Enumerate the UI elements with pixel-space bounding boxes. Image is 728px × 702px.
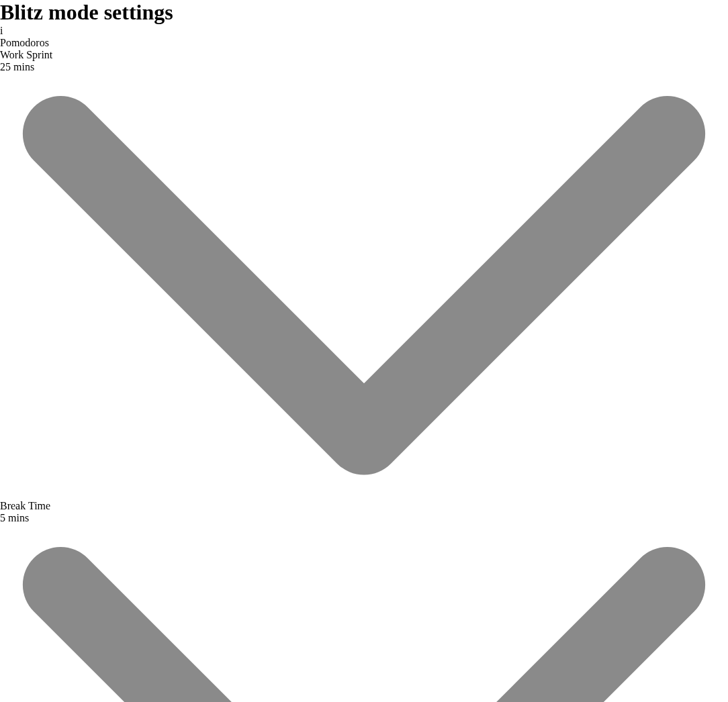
- work-sprint-select[interactable]: 25 mins: [0, 61, 728, 500]
- settings-panel: Blitz mode settings i Pomodoros Work Spr…: [0, 0, 728, 702]
- break-time-select[interactable]: 5 mins: [0, 512, 728, 702]
- break-time-value: 5 mins: [0, 512, 29, 523]
- pomodoros-label: Pomodoros: [0, 37, 728, 49]
- break-time-row: Break Time 5 mins: [0, 500, 728, 702]
- panel-title: Blitz mode settings: [0, 0, 728, 25]
- work-sprint-value: 25 mins: [0, 61, 34, 72]
- info-icon[interactable]: i: [0, 25, 728, 37]
- work-sprint-label: Work Sprint: [0, 49, 728, 61]
- work-sprint-row: Work Sprint 25 mins: [0, 49, 728, 500]
- break-time-label: Break Time: [0, 500, 728, 512]
- chevron-down-icon: [0, 488, 728, 499]
- pomodoros-row: i Pomodoros: [0, 25, 728, 49]
- pomodoros-sub-section: Work Sprint 25 mins Break Time 5 mins: [0, 49, 728, 702]
